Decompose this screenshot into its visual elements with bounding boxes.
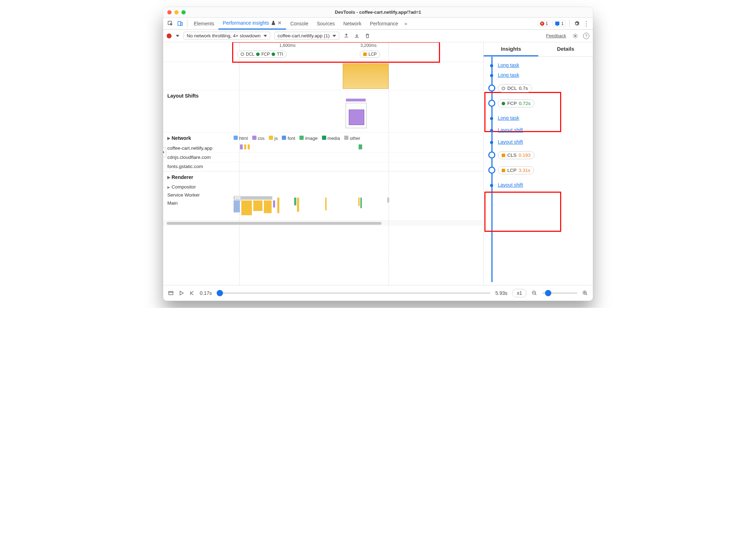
timeline-item[interactable]: DCL 0.7s [498,82,593,94]
kebab-menu-icon[interactable]: ⋮ [583,20,589,27]
host-row[interactable]: cdnjs.cloudflare.com [163,153,483,162]
sidebar-expand-icon[interactable] [163,147,166,157]
help-icon[interactable]: ? [583,33,589,39]
playhead-slider[interactable] [217,292,490,294]
play-icon[interactable] [179,290,184,296]
metric-pill[interactable]: FCP 0.72s [498,99,534,107]
minimize-window-button[interactable] [174,10,179,14]
layout-shifts-label: Layout Shifts [163,90,483,101]
timeline-item[interactable]: Long task [498,113,593,123]
metric-pill[interactable]: LCP 3.31s [498,166,534,174]
skip-start-icon[interactable] [189,290,195,296]
panel-settings-icon[interactable] [572,33,579,39]
tab-insights[interactable]: Insights [484,42,538,56]
insight-link[interactable]: Layout shift [498,127,523,133]
flask-icon [271,20,275,25]
highlight-box [484,192,561,232]
insights-timeline[interactable]: Long task Long task DCL 0.7s FCP 0.72s [484,57,593,282]
main-area: 1,600ms 3,200ms DCL FCP TTI [163,42,593,285]
speed-multiplier[interactable]: x1 [512,289,527,297]
marker-pill[interactable]: LCP [360,51,380,58]
device-toolbar-icon[interactable] [175,19,185,29]
thread-compositor[interactable]: ▶Compositor [163,183,483,191]
metric-pill[interactable]: CLS 0.193 [498,151,534,159]
export-icon[interactable] [343,33,350,39]
net-req[interactable] [248,144,250,149]
host-row[interactable]: coffee-cart.netlify.app [163,144,483,153]
inspect-icon[interactable] [165,19,175,29]
devtools-window: DevTools - coffee-cart.netlify.app/?ad=1… [163,7,593,301]
close-tab-icon[interactable]: ✕ [278,20,282,26]
record-button[interactable] [167,33,172,38]
tab-elements[interactable]: Elements [190,18,218,30]
zoom-in-icon[interactable] [582,290,588,296]
timeline-item[interactable]: Long task [498,70,593,80]
throttling-select[interactable]: No network throttling, 4× slowdown [184,32,270,40]
issues-badge[interactable]: 1 [552,20,566,27]
insights-pane: Insights Details Long task Long task DCL… [484,42,593,285]
host-row[interactable]: fonts.gstatic.com [163,162,483,171]
flame-chart[interactable]: … [234,196,483,221]
network-label[interactable]: ▶ Network [163,132,234,144]
feedback-link[interactable]: Feedback [546,33,566,38]
tab-network[interactable]: Network [339,18,366,30]
insight-link[interactable]: Long task [498,62,519,68]
renderer-section: ▶Renderer ▶Compositor Service Worker Mai… [163,172,483,221]
insights-toolbar: No network throttling, 4× slowdown coffe… [163,30,593,42]
tab-console[interactable]: Console [286,18,312,30]
net-req[interactable] [240,144,243,149]
zoom-thumb[interactable] [545,290,551,296]
tab-performance-insights[interactable]: Performance insights ✕ [218,18,286,30]
legend-item: js [269,136,278,141]
timeline-item[interactable]: LCP 3.31s [498,164,593,176]
timeline-item[interactable]: Layout shift [498,125,593,135]
net-req[interactable] [244,144,246,149]
delete-icon[interactable] [365,33,371,39]
timeline-item[interactable]: Layout shift [498,180,593,190]
insight-link[interactable]: Layout shift [498,182,523,188]
maximize-window-button[interactable] [181,10,186,14]
truncated-label: … [234,196,241,201]
layout-shift-bar[interactable] [346,99,366,101]
overview-icon[interactable] [168,290,174,296]
legend-item: other [344,136,360,141]
recording-select[interactable]: coffee-cart.netlify.app (1) [274,32,339,40]
record-menu[interactable] [176,35,179,37]
tab-sources[interactable]: Sources [312,18,339,30]
frame-thumb[interactable] [343,63,389,89]
zoom-slider[interactable] [542,292,577,294]
svg-rect-4 [169,291,173,294]
renderer-label[interactable]: ▶Renderer [163,172,483,183]
legend-item: image [299,136,317,141]
separator [187,20,187,27]
playhead-thumb[interactable] [217,290,223,296]
chevron-right-icon: ▶ [167,185,170,189]
tab-details[interactable]: Details [538,42,593,56]
more-tabs-icon[interactable]: » [404,21,407,26]
errors-badge[interactable]: ✕1 [538,20,551,27]
network-hosts: coffee-cart.netlify.app cdnjs.cloudflare… [163,144,483,171]
timeline-item[interactable]: Long task [498,60,593,70]
net-req[interactable] [359,144,362,149]
metric-pill[interactable]: DCL 0.7s [498,84,532,92]
layout-shift-preview[interactable] [346,103,367,128]
insight-link[interactable]: Layout shift [498,139,523,145]
settings-icon[interactable] [572,19,582,29]
close-window-button[interactable] [167,10,172,14]
insight-link[interactable]: Long task [498,72,519,78]
svg-point-3 [575,35,576,37]
tick-label: 1,600ms [279,43,296,48]
timeline-item[interactable]: FCP 0.72s [498,97,593,110]
zoom-out-icon[interactable] [532,290,537,296]
import-icon[interactable] [354,33,360,39]
marker-pill[interactable]: DCL FCP TTI [237,51,287,58]
timeline-item[interactable]: Layout shift [498,137,593,147]
dcl-icon [241,52,244,56]
insight-link[interactable]: Long task [498,115,519,121]
timeline-item[interactable]: CLS 0.193 [498,149,593,161]
h-scrollbar[interactable] [163,221,483,226]
insights-tabs: Insights Details [484,42,593,57]
tab-performance[interactable]: Performance [366,18,402,30]
cls-icon [502,154,505,157]
legend-item: css [252,136,265,141]
